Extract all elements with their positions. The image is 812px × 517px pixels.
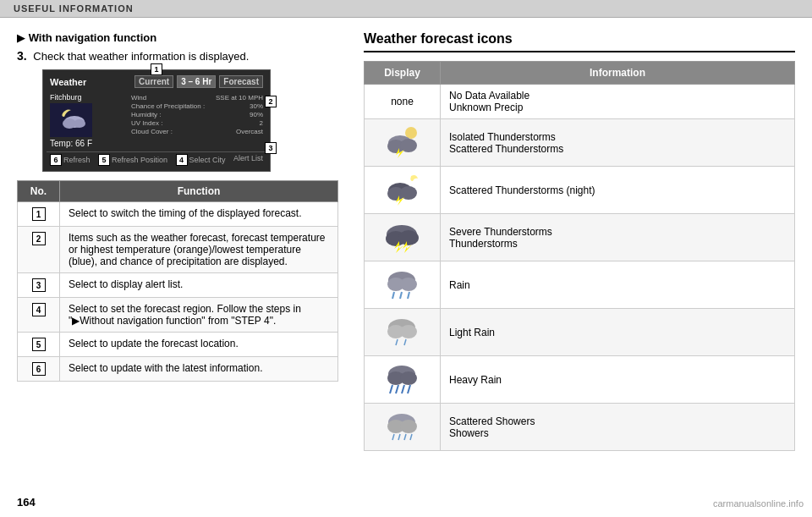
wind-row: Wind SSE at 10 MPH [131,94,263,102]
info-cell: Scattered Thunderstorms (night) [441,167,795,214]
wind-val: SSE at 10 MPH [216,94,263,102]
btn-refresh-pos[interactable]: Refresh Position [112,156,167,164]
info-cell: Isolated ThunderstormsScattered Thunders… [441,119,795,167]
btn-city[interactable]: Select City [189,156,226,164]
list-item: Scattered Thunderstorms (night) [365,167,795,214]
svg-line-40 [404,434,406,440]
widget-badge-4: 4 [176,154,188,166]
svg-line-38 [392,434,394,440]
list-item: noneNo Data AvailableUnknown Precip [365,85,795,119]
info-cell: No Data AvailableUnknown Precip [441,85,795,119]
widget-city: Fitchburg [50,93,126,102]
widget-badge-1: 1 [151,63,162,75]
widget-weather-icon [50,103,92,137]
table-row: 1 Select to switch the timing of the dis… [18,202,338,227]
svg-line-21 [400,292,402,299]
svg-line-27 [404,339,406,345]
watermark: carmanualsonline.info [713,498,804,509]
header-bar: USEFUL INFORMATION [0,0,812,18]
cloud-label: Cloud Cover : [131,128,173,135]
info-cell: Light Rain [441,309,795,356]
table-row: 4 Select to set the forecast region. Fol… [18,298,338,333]
svg-point-6 [400,139,417,152]
main-content: ▶ With navigation function 3. Check that… [0,18,812,459]
row-no: 2 [18,227,60,273]
row-func-text: Select to switch the timing of the displ… [60,202,338,227]
humidity-row: Humidity : 90% [131,111,263,118]
svg-line-22 [408,292,409,299]
row-no: 4 [18,298,60,333]
forecast-col-info: Information [441,62,795,85]
widget-badge-5: 5 [98,154,110,166]
widget-temp: Temp: 66 F [50,139,126,148]
uv-label: UV Index : [131,119,162,127]
tab-3-6hr[interactable]: 3 – 6 Hr [177,75,216,88]
row-badge: 5 [32,338,46,351]
icon-cell: none [365,85,441,119]
icon-cell [365,404,441,451]
precip-label: Chance of Precipitation : [131,102,205,110]
page-number: 164 [17,496,36,509]
tab-current[interactable]: Current [134,75,173,88]
precip-val: 30% [250,102,263,110]
forecast-table: Display Information noneNo Data Availabl… [364,61,795,451]
list-item: Severe ThunderstormsThunderstorms [365,214,795,261]
step3-text: Check that weather information is displa… [33,50,249,63]
info-cell: Scattered ShowersShowers [441,404,795,451]
svg-line-34 [408,385,410,393]
svg-line-20 [392,292,394,299]
info-cell: Heavy Rain [441,356,795,404]
table-row: 2 Items such as the weather forecast, fo… [18,227,338,273]
list-item: Light Rain [365,309,795,356]
header-label: USEFUL INFORMATION [14,3,134,14]
svg-line-41 [410,434,412,440]
svg-line-31 [390,385,392,393]
right-column: Weather forecast icons Display Informati… [364,31,795,451]
function-table: No. Function 1 Select to switch the timi… [17,180,338,382]
left-column: ▶ With navigation function 3. Check that… [17,31,338,451]
widget-body: Fitchburg Temp: 66 F [47,90,266,151]
svg-point-30 [400,371,417,385]
widget-left-panel: Fitchburg Temp: 66 F [50,93,126,148]
cloud-val: Overcast [236,128,263,135]
row-func-text: Items such as the weather forecast, fore… [60,227,338,273]
svg-point-14 [398,230,419,245]
row-func-text: Select to set the forecast region. Follo… [60,298,338,333]
btn-alert[interactable]: Alert List [233,154,263,166]
wind-label: Wind [131,94,146,102]
with-nav-heading: With navigation function [29,31,157,44]
list-item: Heavy Rain [365,356,795,404]
row-no: 5 [18,333,60,357]
widget-badge-3: 3 [265,142,277,154]
svg-point-37 [400,420,417,433]
widget-footer: 6 Refresh 5 Refresh Position 4 Select Ci… [47,151,266,168]
icon-cell [365,261,441,309]
row-no: 3 [18,273,60,298]
weather-widget: 1 2 3 Weather Current 3 – 6 Hr Forecast … [42,69,271,172]
col-no: No. [18,181,60,202]
svg-line-26 [396,339,398,345]
table-row: 5 Select to update the forecast location… [18,333,338,357]
svg-point-19 [400,278,417,291]
widget-badge-6: 6 [50,154,62,166]
table-row: 6 Select to update with the latest infor… [18,357,338,382]
row-badge: 6 [32,362,46,376]
tab-forecast[interactable]: Forecast [219,75,263,88]
svg-point-25 [400,325,417,338]
svg-line-32 [396,385,398,393]
info-cell: Severe ThunderstormsThunderstorms [441,214,795,261]
widget-title: Weather [50,77,86,87]
icon-cell [365,309,441,356]
col-func: Function [60,181,338,202]
list-item: Rain [365,261,795,309]
svg-line-39 [398,434,400,440]
svg-line-33 [402,385,404,393]
right-section-heading: Weather forecast icons [364,31,795,52]
uv-val: 2 [260,119,263,127]
btn-refresh[interactable]: Refresh [63,156,91,164]
row-no: 1 [18,202,60,227]
row-func-text: Select to display alert list. [60,273,338,298]
row-badge: 3 [32,278,46,292]
cloud-row: Cloud Cover : Overcast [131,128,263,135]
row-badge: 1 [32,207,46,221]
